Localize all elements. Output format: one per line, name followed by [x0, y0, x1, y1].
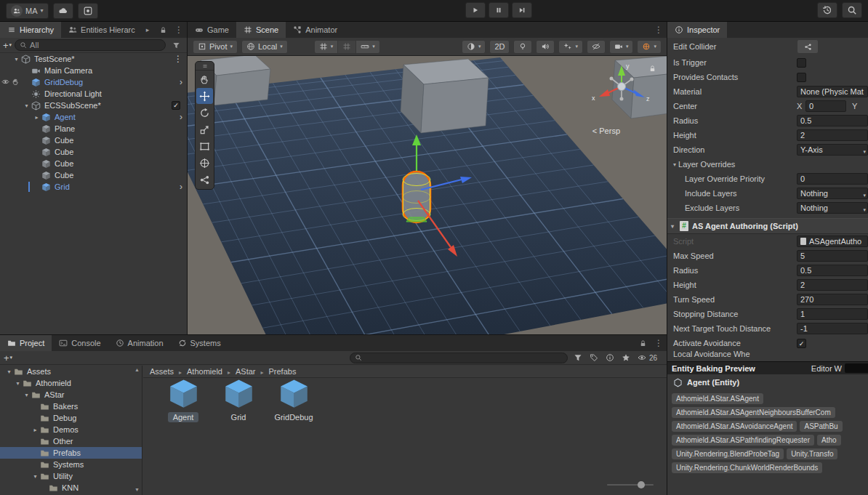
- layer-overrides-foldout[interactable]: Layer Overrides: [667, 157, 868, 172]
- height-field[interactable]: 2: [797, 129, 868, 141]
- global-search-button[interactable]: [842, 2, 862, 18]
- scene-effects-button[interactable]: [558, 40, 583, 54]
- script-object-field[interactable]: ASAgentAutho: [797, 236, 868, 247]
- project-search-input[interactable]: [350, 353, 568, 363]
- favorite-star-icon[interactable]: [622, 353, 630, 362]
- pickability-icon[interactable]: [12, 78, 20, 86]
- entity-component-chip[interactable]: Atho: [817, 435, 841, 446]
- center-x-field[interactable]: 0: [805, 100, 846, 112]
- scene-lighting-button[interactable]: [513, 40, 532, 54]
- hub-button[interactable]: [78, 3, 98, 19]
- transform-tool-button[interactable]: [196, 155, 213, 171]
- tab-scene[interactable]: Scene: [236, 22, 286, 38]
- entity-component-chip[interactable]: Athomield.AStar.ASPathfindingRequester: [672, 435, 814, 446]
- scene-options-kebab[interactable]: [174, 54, 182, 64]
- scene-visibility-button[interactable]: [587, 40, 606, 54]
- radius-field[interactable]: 0.5: [797, 265, 868, 276]
- folder-item[interactable]: AStar: [0, 389, 142, 401]
- hierarchy-item[interactable]: TestScene*: [0, 53, 187, 65]
- hierarchy-menu-kebab[interactable]: [171, 22, 187, 38]
- asset-item[interactable]: Grid: [213, 377, 264, 422]
- asset-item-selected[interactable]: Agent: [158, 377, 209, 422]
- search-by-label-tag-icon[interactable]: [590, 353, 598, 362]
- asset-item[interactable]: GridDebug: [268, 377, 319, 422]
- create-asset-button[interactable]: [4, 353, 12, 363]
- scene-viewport[interactable]: y x z < Persp: [188, 56, 667, 334]
- tab-systems[interactable]: Systems: [171, 335, 228, 351]
- scene-audio-button[interactable]: [536, 40, 555, 54]
- custom-tool-button[interactable]: [196, 172, 213, 188]
- include-layers-dropdown[interactable]: Nothing: [797, 188, 868, 199]
- draw-mode-button[interactable]: [462, 40, 486, 54]
- pause-button[interactable]: [489, 2, 509, 18]
- hierarchy-item[interactable]: GridDebug: [0, 76, 187, 88]
- info-icon[interactable]: [606, 353, 614, 362]
- cube-object[interactable]: [401, 59, 489, 133]
- scroll-down-arrow[interactable]: [134, 487, 140, 492]
- foldout-icon[interactable]: [22, 102, 31, 109]
- tab-hierarchy[interactable]: Hierarchy: [0, 22, 61, 38]
- hierarchy-item[interactable]: Cube: [0, 169, 187, 181]
- create-object-button[interactable]: [3, 41, 12, 50]
- direction-dropdown[interactable]: Y-Axis: [797, 144, 868, 156]
- folder-item[interactable]: Assets: [0, 366, 142, 377]
- breadcrumb-item[interactable]: Athomield: [187, 367, 222, 376]
- play-button[interactable]: [465, 2, 486, 18]
- hierarchy-filter-button[interactable]: [169, 41, 184, 49]
- prefab-expand-chevron[interactable]: [180, 112, 182, 122]
- max-speed-field[interactable]: 5: [797, 250, 868, 262]
- folder-item[interactable]: KNN: [0, 482, 142, 494]
- overlay-drag-handle[interactable]: [196, 62, 214, 71]
- entity-component-chip[interactable]: Unity.Transfo: [787, 448, 837, 459]
- foldout-icon[interactable]: [13, 380, 23, 387]
- 2d-toggle-button[interactable]: 2D: [489, 40, 510, 54]
- gizmo-center[interactable]: [618, 83, 626, 91]
- entity-component-chip[interactable]: Athomield.AStar.ASAgentNeighboursBufferC…: [672, 407, 835, 418]
- turn-speed-field[interactable]: 270: [797, 294, 868, 305]
- entity-row[interactable]: Agent (Entity): [667, 374, 868, 390]
- pivot-mode-button[interactable]: Pivot: [193, 40, 238, 54]
- visibility-eye-icon[interactable]: [1, 78, 9, 86]
- foldout-icon[interactable]: [4, 369, 14, 375]
- height-field[interactable]: 2: [797, 279, 868, 291]
- hierarchy-search-input[interactable]: All: [15, 39, 166, 51]
- search-by-type-funnel-icon[interactable]: [574, 353, 582, 362]
- scene-menu-kebab[interactable]: [651, 22, 667, 38]
- move-tool-button[interactable]: [196, 88, 213, 104]
- viewport-lock[interactable]: [648, 65, 656, 74]
- rotate-tool-button[interactable]: [196, 105, 213, 121]
- hierarchy-item[interactable]: ECSSubScene*: [0, 100, 187, 111]
- project-menu-kebab[interactable]: [651, 335, 667, 351]
- breadcrumb-item[interactable]: AStar: [236, 367, 256, 376]
- hierarchy-item[interactable]: Grid: [0, 181, 187, 193]
- tab-animator[interactable]: Animator: [286, 22, 345, 38]
- folder-item[interactable]: Debug: [0, 412, 142, 424]
- tab-animation[interactable]: Animation: [108, 335, 171, 351]
- scale-tool-button[interactable]: [196, 121, 213, 137]
- layer-override-priority-field[interactable]: 0: [797, 173, 868, 185]
- tab-inspector[interactable]: Inspector: [667, 22, 727, 38]
- prefab-expand-chevron[interactable]: [180, 182, 182, 192]
- xz-plane-handle[interactable]: [406, 217, 427, 222]
- tab-scroll-chevron[interactable]: [142, 22, 153, 38]
- folder-item[interactable]: Athomield: [0, 377, 142, 389]
- activate-avoidance-checkbox[interactable]: [797, 339, 806, 348]
- gizmos-button[interactable]: [637, 40, 662, 54]
- next-target-touch-distance-field[interactable]: -1: [797, 323, 868, 334]
- projection-label[interactable]: < Persp: [592, 126, 620, 135]
- component-header[interactable]: AS Agent Authoring (Script): [667, 218, 868, 234]
- foldout-icon[interactable]: [31, 427, 40, 433]
- folder-item[interactable]: Other: [0, 435, 142, 447]
- scene-viewport-canvas[interactable]: y x z: [188, 56, 667, 334]
- hierarchy-item[interactable]: Cube: [0, 134, 187, 146]
- exclude-layers-dropdown[interactable]: Nothing: [797, 202, 868, 214]
- tab-game[interactable]: Game: [188, 22, 236, 38]
- axis-x-cone[interactable]: [599, 89, 610, 97]
- hidden-count-eye-icon[interactable]: [638, 353, 646, 362]
- tab-entities-hierarchy[interactable]: Entities Hierarc: [61, 22, 142, 38]
- folder-item[interactable]: Utility: [0, 470, 142, 482]
- snap-settings-button[interactable]: [355, 40, 380, 54]
- foldout-icon[interactable]: [32, 114, 41, 121]
- folder-item-selected[interactable]: Prefabs: [0, 447, 142, 459]
- hierarchy-item[interactable]: Plane: [0, 123, 187, 134]
